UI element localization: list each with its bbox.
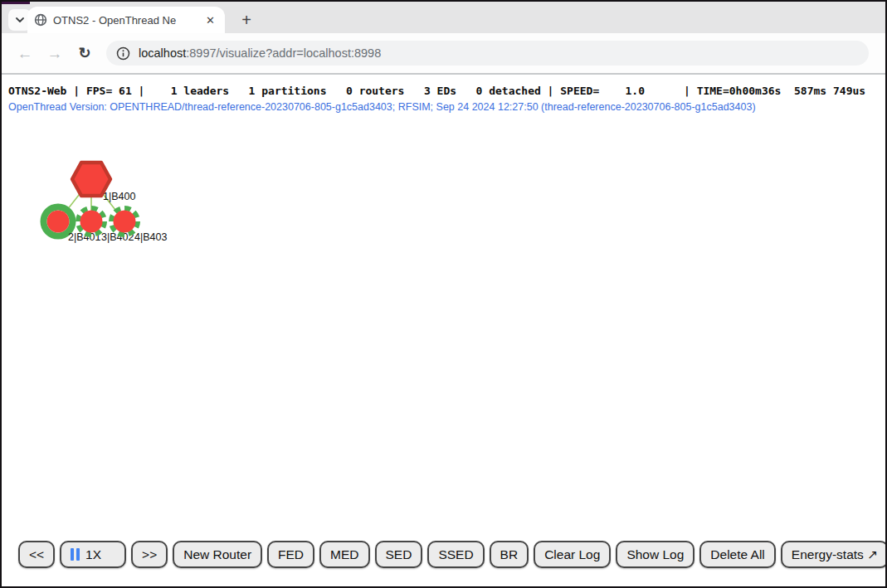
sed-button[interactable]: SED <box>375 541 423 568</box>
browser-window: OTNS2 - OpenThread Ne ✕ + ← → ↻ localhos… <box>0 0 887 588</box>
tab-strip: OTNS2 - OpenThread Ne ✕ + <box>2 2 885 33</box>
new-tab-button[interactable]: + <box>235 8 258 32</box>
pause-icon <box>71 548 80 561</box>
node-body <box>114 211 136 233</box>
fed-button[interactable]: FED <box>267 541 314 568</box>
window-corner-accent <box>2 2 30 4</box>
globe-icon <box>34 13 47 27</box>
forward-button[interactable]: → <box>43 41 66 65</box>
fast-forward-button[interactable]: >> <box>131 541 168 568</box>
node-label-4: 4|B403 <box>134 231 167 243</box>
url-text: localhost:8997/visualize?addr=localhost:… <box>139 46 381 60</box>
br-button-label: BR <box>500 547 519 562</box>
page-content: 1|B4002|B4013|B4024|B403 OTNS2-Web | FPS… <box>2 75 885 547</box>
med-button-label: MED <box>330 547 358 562</box>
sed-button-label: SED <box>386 547 412 562</box>
play-speed-button-label: 1X <box>85 547 101 562</box>
ssed-button-label: SSED <box>438 547 473 562</box>
rewind-button[interactable]: << <box>18 541 55 568</box>
forward-icon: → <box>47 46 63 61</box>
clear-log-button[interactable]: Clear Log <box>534 541 611 568</box>
new-router-button[interactable]: New Router <box>173 541 262 568</box>
delete-all-button[interactable]: Delete All <box>699 541 775 568</box>
browser-toolbar: ← → ↻ localhost:8997/visualize?addr=loca… <box>2 33 885 75</box>
node-label-1: 1|B400 <box>103 191 135 202</box>
show-log-button-label: Show Log <box>626 547 684 562</box>
fast-forward-button-label: >> <box>142 547 157 562</box>
br-button[interactable]: BR <box>490 541 529 568</box>
chevron-down-icon <box>15 17 25 23</box>
clear-log-button-label: Clear Log <box>544 547 600 562</box>
play-speed-button[interactable]: 1X <box>60 541 126 568</box>
delete-all-button-label: Delete All <box>710 547 764 562</box>
reload-button[interactable]: ↻ <box>73 41 96 65</box>
bottom-toolbar: <<1X>>New RouterFEDMEDSEDSSEDBRClear Log… <box>18 541 887 568</box>
node-1[interactable]: 1|B400 <box>72 163 135 202</box>
browser-tab[interactable]: OTNS2 - OpenThread Ne ✕ <box>27 7 225 33</box>
new-router-button-label: New Router <box>183 547 251 562</box>
address-bar[interactable]: localhost:8997/visualize?addr=localhost:… <box>106 41 869 66</box>
energy-stats-button-label: Energy-stats ↗ <box>792 547 878 562</box>
reload-icon: ↻ <box>78 46 90 61</box>
energy-stats-button[interactable]: Energy-stats ↗ <box>781 541 887 568</box>
show-log-button[interactable]: Show Log <box>616 541 694 568</box>
close-icon[interactable]: ✕ <box>202 13 218 27</box>
url-host: localhost <box>139 46 186 60</box>
info-icon <box>116 46 130 61</box>
back-button[interactable]: ← <box>13 41 37 65</box>
rewind-button-label: << <box>29 547 44 562</box>
network-canvas: 1|B4002|B4013|B4024|B403 <box>2 75 885 539</box>
med-button[interactable]: MED <box>319 541 369 568</box>
tab-title: OTNS2 - OpenThread Ne <box>53 14 197 27</box>
node-body <box>47 211 70 233</box>
url-path: :8997/visualize?addr=localhost:8998 <box>186 46 381 60</box>
node-body <box>80 211 103 233</box>
ssed-button[interactable]: SSED <box>427 541 484 568</box>
back-icon: ← <box>17 46 33 61</box>
fed-button-label: FED <box>278 547 304 562</box>
